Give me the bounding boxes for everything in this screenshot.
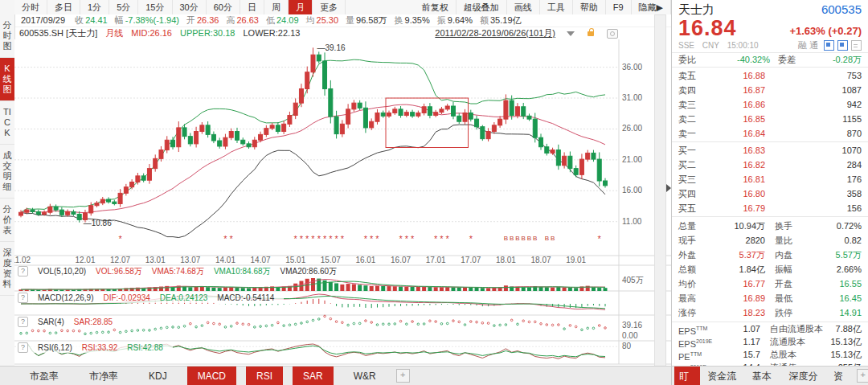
tool-tab-2[interactable]: 画线 <box>507 0 540 14</box>
sell-label: 卖四 <box>678 83 707 97</box>
indicator-tab-3[interactable]: MACD <box>187 367 236 385</box>
buy-volume: 156 <box>765 201 862 215</box>
svg-text:*: * <box>364 234 368 244</box>
tool-tab-3[interactable]: 工具 <box>540 0 573 14</box>
indicator-tab-0[interactable]: 市盈率 <box>19 367 69 385</box>
fund-row-0: EPSTTM1.07自由流通股本7.88亿 <box>672 322 868 335</box>
ohlc-info-bar: 2017/09/29 收24.41幅-7.38%(-1.94)开26.36高26… <box>14 14 676 27</box>
add-indicator-tab-button[interactable]: + <box>396 369 410 383</box>
svg-text:21.00: 21.00 <box>622 155 642 164</box>
tool-tab-0[interactable]: 前复权 <box>415 0 457 14</box>
add-panel-tab-button[interactable]: + <box>857 369 868 383</box>
help-icon[interactable]: ? <box>18 342 28 353</box>
stat-label: 最低 <box>775 291 792 305</box>
svg-text:*: * <box>341 234 345 244</box>
sidebar-item-5[interactable]: 深度资料 <box>0 242 14 296</box>
stat-value: 16.55 <box>792 276 862 291</box>
quote-time: 15:00:10 <box>727 41 759 50</box>
stat-row-6: 涨停18.23跌停14.91 <box>672 305 868 320</box>
period-tab-6[interactable]: 60分 <box>207 0 240 14</box>
period-tab-9[interactable]: 月 <box>289 0 313 14</box>
help-icon[interactable]: ? <box>18 266 28 276</box>
badge-1: 通 <box>809 40 818 50</box>
stat-value: 10.94万 <box>706 219 765 233</box>
sell-row-0[interactable]: 卖五16.88753 <box>672 68 868 83</box>
sidebar-item-4[interactable]: 分价表 <box>0 199 14 242</box>
sell-row-3[interactable]: 卖二16.851155 <box>672 112 868 126</box>
chart-icon[interactable] <box>837 40 848 51</box>
panel-tab-3[interactable]: 深度分析 <box>784 367 826 385</box>
date-range-selector[interactable]: 2011/02/28-2019/06/26(101月) <box>435 27 602 39</box>
period-tab-1[interactable]: 多日 <box>47 0 80 14</box>
period-tab-8[interactable]: 周 <box>264 0 289 14</box>
add-icon[interactable] <box>851 40 862 51</box>
panel-tab-4[interactable]: 资讯 <box>829 367 854 385</box>
help-icon[interactable]: ? <box>18 293 28 303</box>
indicator-tab-1[interactable]: 市净率 <box>79 367 129 385</box>
sell-row-2[interactable]: 卖三16.86942 <box>672 97 868 112</box>
svg-text:80: 80 <box>622 342 632 350</box>
period-tab-0[interactable]: 分时 <box>14 0 47 14</box>
buy-volume: 176 <box>765 172 862 186</box>
unlock-icon[interactable] <box>588 31 594 36</box>
stat-value: 5.37万 <box>706 248 765 262</box>
panel-tab-2[interactable]: 基本面 <box>747 367 781 385</box>
sidebar-item-0[interactable]: 分时图 <box>0 14 14 58</box>
indicator-tab-4[interactable]: RSI <box>246 367 283 385</box>
stock-code[interactable]: 600535 <box>821 2 862 17</box>
help-icon[interactable]: ? <box>18 317 28 327</box>
stat-value: 16.89 <box>706 291 765 305</box>
stat-label: 均价 <box>678 276 706 291</box>
sidebar-item-3[interactable]: 成交明细 <box>0 145 14 199</box>
period-tab-5[interactable]: 30分 <box>173 0 207 14</box>
period-tab-10[interactable]: 更多 <box>313 0 346 14</box>
corner-block <box>0 0 14 15</box>
fund-label: PETTM <box>678 348 720 361</box>
tool-tab-5[interactable]: F9 <box>606 0 632 14</box>
chevron-down-icon[interactable] <box>567 31 575 36</box>
tool-tab-4[interactable]: 帮助 <box>573 0 606 14</box>
price-change: +1.63% (+0.27) <box>789 25 862 39</box>
indicator-tab-6[interactable]: W&R <box>343 367 387 385</box>
sidebar-item-2[interactable]: TICK <box>0 101 14 145</box>
panel-tab-0[interactable]: 盯盘 <box>674 367 700 385</box>
stat-value: 0.82 <box>792 233 862 248</box>
screenshot-icon[interactable] <box>607 29 618 39</box>
svg-text:*: * <box>329 234 333 244</box>
tool-tab-6[interactable]: 隐藏▶ <box>632 0 671 14</box>
panel-tab-1[interactable]: 资金流向 <box>702 367 745 385</box>
note-icon[interactable] <box>824 40 834 51</box>
stat-label: 涨停 <box>678 305 706 320</box>
svg-text:B: B <box>551 235 555 242</box>
sell-price: 16.85 <box>707 112 765 126</box>
buy-row-2[interactable]: 买三16.81176 <box>672 172 868 186</box>
vertical-scrollbar[interactable] <box>654 14 666 367</box>
period-tab-7[interactable]: 日 <box>240 0 264 14</box>
sell-row-1[interactable]: 卖四16.871087 <box>672 83 868 97</box>
buy-row-0[interactable]: 买一16.831070 <box>672 143 868 158</box>
info-label-4: 低 <box>266 15 275 25</box>
sell-volume: 1155 <box>765 112 862 126</box>
stat-value: 1.84亿 <box>706 262 765 276</box>
buy-row-4[interactable]: 买五16.79156 <box>672 201 868 215</box>
buy-row-3[interactable]: 买四16.80358 <box>672 186 868 201</box>
tool-tab-1[interactable]: 超级叠加 <box>457 0 507 14</box>
info-value-5: 25.30 <box>317 15 339 25</box>
svg-text:13.07: 13.07 <box>180 256 200 264</box>
period-tab-4[interactable]: 15分 <box>138 0 172 14</box>
ph-rsi-part-1: RSI:33.92 <box>82 343 117 352</box>
stat-value: 5.57万 <box>792 248 862 262</box>
period-tab-3[interactable]: 5分 <box>109 0 138 14</box>
svg-text:*: * <box>294 234 298 244</box>
weibi-row: 委比 -40.32% 委差 -0.28万 <box>672 53 868 68</box>
buy-row-1[interactable]: 买二16.82284 <box>672 158 868 172</box>
svg-text:11.02: 11.02 <box>14 256 31 264</box>
info-label-0: 收 <box>75 15 84 25</box>
sidebar-item-1[interactable]: K线图 <box>0 58 14 101</box>
indicator-tab-5[interactable]: SAR <box>293 367 334 385</box>
sell-row-4[interactable]: 卖一16.84870 <box>672 126 868 141</box>
svg-text:12.01: 12.01 <box>75 256 95 264</box>
indicator-tab-2[interactable]: KDJ <box>138 367 178 385</box>
period-tab-2[interactable]: 1分 <box>80 0 109 14</box>
ph-vol-part-0: VOL(5,10,20) <box>38 267 86 276</box>
